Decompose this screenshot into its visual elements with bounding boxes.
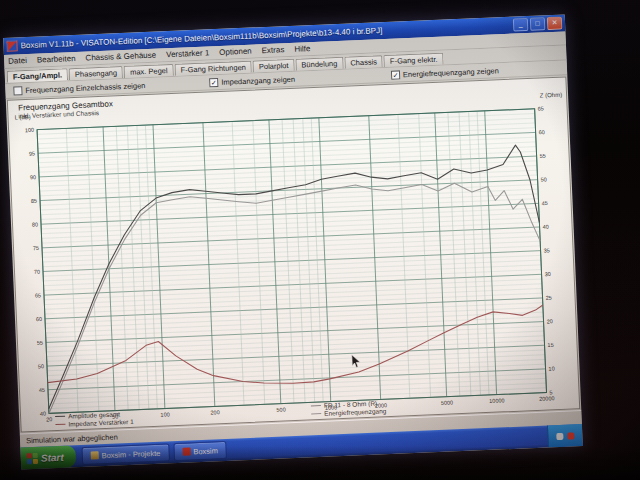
right-axis-label: Z (Ohm) (540, 92, 563, 99)
menu-item-optionen[interactable]: Optionen (219, 47, 252, 57)
maximize-button[interactable]: □ (530, 17, 546, 31)
menu-item-extras[interactable]: Extras (261, 45, 284, 55)
svg-text:65: 65 (538, 105, 544, 111)
chart-panel: Frequenzgang Gesamtbox inkl. Verstärker … (7, 76, 580, 432)
svg-text:40: 40 (542, 224, 548, 230)
legend-dash (311, 405, 321, 406)
tab-phasengang[interactable]: Phasengang (69, 66, 124, 80)
svg-text:500: 500 (276, 406, 285, 412)
menu-item-verst-rker-1[interactable]: Verstärker 1 (166, 48, 209, 59)
legend-dash (55, 416, 65, 417)
svg-text:90: 90 (30, 174, 36, 180)
svg-text:65: 65 (35, 292, 41, 298)
menu-item-datei[interactable]: Datei (8, 56, 27, 66)
svg-text:100: 100 (160, 411, 169, 417)
svg-text:60: 60 (538, 129, 544, 135)
tab-polarplot[interactable]: Polarplot (253, 59, 295, 73)
svg-text:100: 100 (25, 127, 34, 133)
svg-text:20: 20 (46, 416, 52, 422)
checkbox-box[interactable] (13, 86, 22, 95)
svg-text:200: 200 (210, 409, 219, 415)
svg-text:10: 10 (548, 365, 554, 371)
tray-volume-icon[interactable] (556, 432, 563, 439)
svg-text:10000: 10000 (489, 397, 505, 404)
legend-dash (311, 413, 321, 414)
svg-text:45: 45 (541, 200, 547, 206)
chart-title: Frequenzgang Gesamtbox inkl. Verstärker … (18, 99, 113, 120)
svg-text:95: 95 (29, 150, 35, 156)
svg-text:85: 85 (31, 198, 37, 204)
close-button[interactable]: ✕ (547, 17, 563, 31)
svg-text:15: 15 (547, 342, 553, 348)
task-label: Boxsim - Projekte (101, 448, 160, 459)
checkbox-frequenzgang-einzelchassis-zeigen[interactable]: Frequenzgang Einzelchassis zeigen (13, 81, 145, 96)
checkbox-energiefrequenzgang-zeigen[interactable]: ✓Energiefrequenzgang zeigen (391, 66, 499, 80)
folder-icon (90, 451, 98, 459)
checkbox-box[interactable]: ✓ (391, 70, 400, 79)
svg-text:75: 75 (33, 245, 39, 251)
minimize-button[interactable]: _ (513, 18, 529, 32)
tab-f-gang-elektr-[interactable]: F-Gang elektr. (384, 53, 444, 67)
legend-dash (55, 424, 65, 425)
checkbox-label: Energiefrequenzgang zeigen (403, 66, 499, 79)
taskbar-button-boxsim[interactable]: Boxsim (173, 441, 227, 461)
checkbox-label: Impedanzgang zeigen (221, 74, 295, 86)
app-icon (6, 40, 17, 51)
system-tray (547, 424, 583, 447)
monitor-photo: Boxsim V1.11b - VISATON-Edition [C:\Eige… (0, 0, 640, 480)
svg-text:55: 55 (37, 340, 43, 346)
task-label: Boxsim (193, 446, 218, 456)
checkbox-impedanzgang-zeigen[interactable]: ✓Impedanzgang zeigen (209, 74, 295, 87)
menu-item-bearbeiten[interactable]: Bearbeiten (37, 54, 76, 65)
boxsim-icon (182, 447, 190, 455)
tray-app-icon[interactable] (567, 432, 574, 439)
tab-b-ndelung[interactable]: Bündelung (295, 57, 343, 71)
checkbox-label: Frequenzgang Einzelchassis zeigen (25, 81, 145, 95)
svg-text:20: 20 (546, 318, 552, 324)
svg-text:60: 60 (36, 316, 42, 322)
svg-text:55: 55 (539, 153, 545, 159)
svg-text:5000: 5000 (441, 399, 453, 406)
tab-max-pegel[interactable]: max. Pegel (124, 64, 174, 78)
left-axis-label: L (dB) (14, 114, 30, 121)
start-label: Start (41, 451, 64, 463)
menu-item-chassis-geh-use[interactable]: Chassis & Gehäuse (85, 51, 156, 63)
checkbox-box[interactable]: ✓ (209, 77, 218, 86)
svg-text:45: 45 (39, 387, 45, 393)
svg-text:25: 25 (545, 295, 551, 301)
svg-text:20000: 20000 (539, 395, 555, 402)
legend-center: FR 11 - 8 Ohm (R)Energiefrequenzgang (311, 399, 387, 418)
menu-item-hilfe[interactable]: Hilfe (294, 44, 310, 54)
windows-flag-icon (27, 452, 38, 463)
taskbar-button-boxsim-projekte[interactable]: Boxsim - Projekte (81, 443, 169, 465)
svg-text:35: 35 (543, 247, 549, 253)
frequency-response-chart: 4045505560657075808590951005101520253035… (9, 102, 577, 433)
svg-text:70: 70 (34, 269, 40, 275)
svg-text:50: 50 (38, 363, 44, 369)
legend-left: Amplitude gesamtImpedanz Verstärker 1 (55, 410, 134, 430)
start-button[interactable]: Start (20, 445, 76, 469)
screen: Boxsim V1.11b - VISATON-Edition [C:\Eige… (3, 14, 583, 469)
svg-text:30: 30 (544, 271, 550, 277)
tab-chassis[interactable]: Chassis (344, 55, 383, 69)
svg-text:80: 80 (32, 221, 38, 227)
svg-text:50: 50 (540, 176, 546, 182)
